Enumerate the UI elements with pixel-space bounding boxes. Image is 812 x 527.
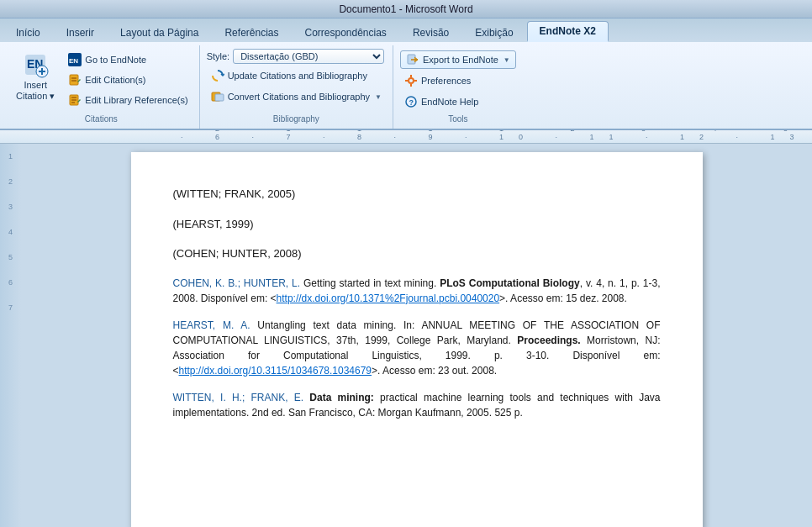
- edit-citations-button[interactable]: Edit Citation(s): [64, 71, 192, 89]
- bib-1-bold: PLoS Computational Biology: [440, 277, 579, 289]
- bib-entry-2: HEARST, M. A. Untangling text data minin…: [173, 318, 661, 378]
- tab-exibicao[interactable]: Exibição: [462, 23, 525, 42]
- go-to-endnote-button[interactable]: EN Go to EndNote: [64, 50, 192, 69]
- convert-citations-button[interactable]: Convert Citations and Bibliography ▼: [207, 87, 386, 106]
- endnote-icon: EN: [68, 53, 82, 66]
- document-page: (WITTEN; FRANK, 2005) (HEARST, 1999) (CO…: [131, 152, 703, 527]
- convert-citations-label: Convert Citations and Bibliography: [228, 92, 370, 102]
- ruler: · 2 · 1 · 1 · 1 · 1 · 2 · 3 · 4 · 5 · 6 …: [0, 130, 812, 144]
- help-icon: ?: [404, 95, 418, 108]
- citation-2-text: (HEARST, 1999): [173, 218, 254, 230]
- update-icon: [211, 69, 224, 82]
- svg-text:EN: EN: [69, 57, 78, 65]
- tools-group-label: Tools: [448, 113, 467, 125]
- preferences-icon: [404, 74, 418, 87]
- export-icon: [406, 53, 419, 66]
- citations-group-label: Citations: [85, 113, 118, 125]
- bibliography-group-content: Style: Dissertação (GBD) Update Citation…: [207, 47, 386, 106]
- tab-layout[interactable]: Layout da Página: [108, 23, 211, 42]
- bibliography-group-label: Bibliography: [273, 113, 319, 125]
- tab-bar: Início Inserir Layout da Página Referênc…: [0, 18, 812, 42]
- bib-3-bold: Data mining:: [309, 392, 374, 403]
- preferences-button[interactable]: Preferences: [400, 71, 516, 90]
- tools-group-content: Export to EndNote ▼ Preferences: [400, 47, 516, 111]
- title-text: Documento1 - Microsoft Word: [339, 3, 472, 15]
- endnote-help-label: EndNote Help: [421, 97, 479, 107]
- style-label: Style:: [207, 51, 230, 61]
- bib-2-author: HEARST, M. A.: [173, 319, 250, 331]
- title-bar: Documento1 - Microsoft Word: [0, 0, 812, 18]
- edit-library-icon: [68, 93, 82, 107]
- page-container: (WITTEN; FRANK, 2005) (HEARST, 1999) (CO…: [21, 144, 812, 527]
- export-label: Export to EndNote: [423, 55, 498, 65]
- tab-endnote[interactable]: EndNote X2: [527, 21, 609, 42]
- style-row: Style: Dissertação (GBD): [207, 49, 386, 64]
- go-to-endnote-label: Go to EndNote: [85, 55, 146, 65]
- citation-1: (WITTEN; FRANK, 2005): [173, 186, 661, 203]
- tools-group: Export to EndNote ▼ Preferences: [393, 45, 523, 129]
- insert-citation-icon: EN: [22, 51, 49, 78]
- bib-2-bold: Proceedings.: [517, 335, 580, 346]
- citation-3-text: (COHEN; HUNTER, 2008): [173, 247, 302, 260]
- ruler-marks: · 2 · 1 · 1 · 1 · 1 · 2 · 3 · 4 · 5 · 6 …: [172, 130, 812, 144]
- style-select[interactable]: Dissertação (GBD): [233, 49, 384, 64]
- citations-group: EN InsertCitation ▾ EN: [3, 45, 200, 129]
- svg-rect-7: [70, 75, 78, 85]
- bibliography-group: Style: Dissertação (GBD) Update Citation…: [200, 45, 393, 129]
- insert-citation-button[interactable]: EN InsertCitation ▾: [10, 47, 61, 106]
- endnote-help-button[interactable]: ? EndNote Help: [400, 92, 516, 111]
- insert-citation-label: InsertCitation ▾: [16, 80, 55, 102]
- bib-2-link[interactable]: http://dx.doi.org/10.3115/1034678.103467…: [179, 365, 372, 377]
- tab-correspondencias[interactable]: Correspondências: [292, 23, 398, 42]
- preferences-label: Preferences: [421, 76, 471, 86]
- ribbon: Início Inserir Layout da Página Referênc…: [0, 18, 812, 130]
- bib-1-author: COHEN, K. B.; HUNTER, L.: [173, 277, 301, 289]
- citations-group-content: EN InsertCitation ▾ EN: [10, 47, 192, 111]
- convert-dropdown-arrow: ▼: [375, 93, 382, 101]
- tab-referencias[interactable]: Referências: [212, 23, 291, 42]
- edit-citations-icon: [68, 73, 82, 87]
- edit-library-ref-label: Edit Library Reference(s): [85, 95, 187, 105]
- citations-small-buttons: EN Go to EndNote Edit Citation(s): [64, 47, 192, 109]
- citation-2: (HEARST, 1999): [173, 216, 661, 233]
- ribbon-content: EN InsertCitation ▾ EN: [0, 42, 812, 129]
- update-citations-button[interactable]: Update Citations and Bibliography: [207, 66, 386, 85]
- edit-library-ref-button[interactable]: Edit Library Reference(s): [64, 91, 192, 109]
- update-citations-label: Update Citations and Bibliography: [228, 71, 367, 81]
- bib-entry-3: WITTEN, I. H.; FRANK, E. Data mining: pr…: [173, 390, 661, 420]
- tab-revisao[interactable]: Revisão: [400, 23, 461, 42]
- bib-entry-1: COHEN, K. B.; HUNTER, L. Getting started…: [173, 276, 661, 306]
- export-to-endnote-button[interactable]: Export to EndNote ▼: [400, 50, 516, 69]
- svg-rect-15: [215, 94, 224, 101]
- doc-area: 1 2 3 4 5 6 7 (WITTEN; FRANK, 2005) (HEA…: [0, 144, 812, 527]
- edit-citations-label: Edit Citation(s): [85, 75, 145, 85]
- citation-3: (COHEN; HUNTER, 2008): [173, 245, 661, 262]
- citation-1-text: (WITTEN; FRANK, 2005): [173, 187, 296, 200]
- svg-point-18: [409, 78, 414, 83]
- convert-icon: [211, 90, 224, 103]
- bib-1-link[interactable]: http://dx.doi.org/10.1371%2Fjournal.pcbi…: [277, 292, 500, 304]
- left-margin: 1 2 3 4 5 6 7: [0, 144, 21, 527]
- svg-text:?: ?: [409, 98, 414, 107]
- export-dropdown-arrow: ▼: [504, 56, 510, 64]
- bib-3-author: WITTEN, I. H.; FRANK, E.: [173, 392, 304, 403]
- bibliography: COHEN, K. B.; HUNTER, L. Getting started…: [173, 276, 661, 420]
- tab-inserir[interactable]: Inserir: [54, 23, 107, 42]
- tab-inicio[interactable]: Início: [3, 23, 53, 42]
